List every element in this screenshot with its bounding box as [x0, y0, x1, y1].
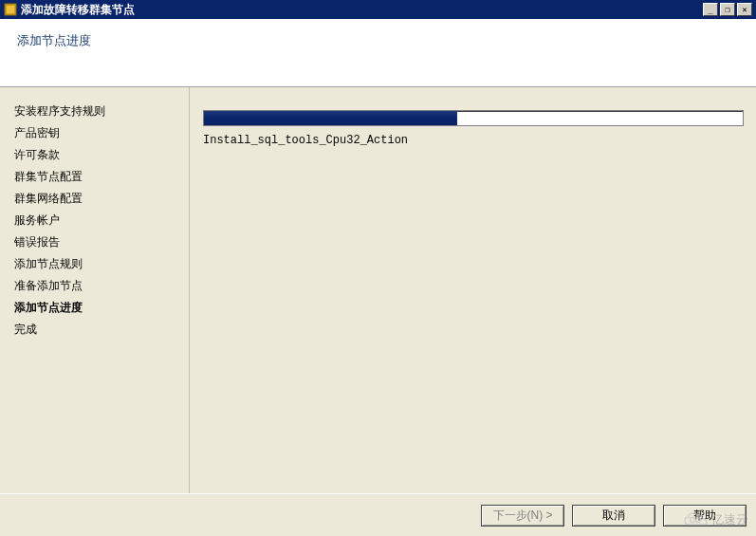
sidebar-step-error-report: 错误报告: [14, 231, 189, 253]
progress-fill: [204, 111, 457, 125]
svg-rect-1: [7, 6, 14, 13]
titlebar: 添加故障转移群集节点 _ ❐ ✕: [0, 0, 756, 19]
cancel-button[interactable]: 取消: [572, 505, 655, 527]
page-title: 添加节点进度: [17, 32, 739, 49]
sidebar-step-product-key: 产品密钥: [14, 122, 189, 144]
window-title: 添加故障转移群集节点: [21, 2, 703, 18]
content-area: 安装程序支持规则 产品密钥 许可条款 群集节点配置 群集网络配置 服务帐户 错误…: [0, 87, 756, 493]
maximize-button[interactable]: ❐: [720, 3, 735, 16]
next-button[interactable]: 下一步(N) >: [481, 505, 564, 527]
sidebar-step-add-node-rules: 添加节点规则: [14, 253, 189, 275]
progress-status-text: Install_sql_tools_Cpu32_Action: [203, 134, 745, 147]
window-controls: _ ❐ ✕: [703, 3, 752, 16]
progress-bar: [203, 110, 744, 126]
sidebar-step-service-account: 服务帐户: [14, 210, 189, 231]
sidebar-step-cluster-node-config: 群集节点配置: [14, 166, 189, 188]
wizard-header: 添加节点进度: [0, 19, 756, 87]
app-icon: [4, 3, 17, 16]
minimize-button[interactable]: _: [703, 3, 718, 16]
sidebar-step-cluster-network-config: 群集网络配置: [14, 188, 189, 210]
wizard-footer: 下一步(N) > 取消 帮助: [0, 493, 756, 536]
help-button[interactable]: 帮助: [663, 505, 747, 527]
main-panel: Install_sql_tools_Cpu32_Action: [190, 87, 756, 493]
sidebar-step-license: 许可条款: [14, 144, 189, 166]
close-button[interactable]: ✕: [737, 3, 752, 16]
sidebar-step-prepare-add-node: 准备添加节点: [14, 275, 189, 297]
sidebar-step-install-rules: 安装程序支持规则: [14, 101, 189, 122]
sidebar-step-add-node-progress: 添加节点进度: [14, 297, 189, 319]
sidebar-step-complete: 完成: [14, 319, 189, 341]
wizard-steps-sidebar: 安装程序支持规则 产品密钥 许可条款 群集节点配置 群集网络配置 服务帐户 错误…: [0, 87, 190, 493]
